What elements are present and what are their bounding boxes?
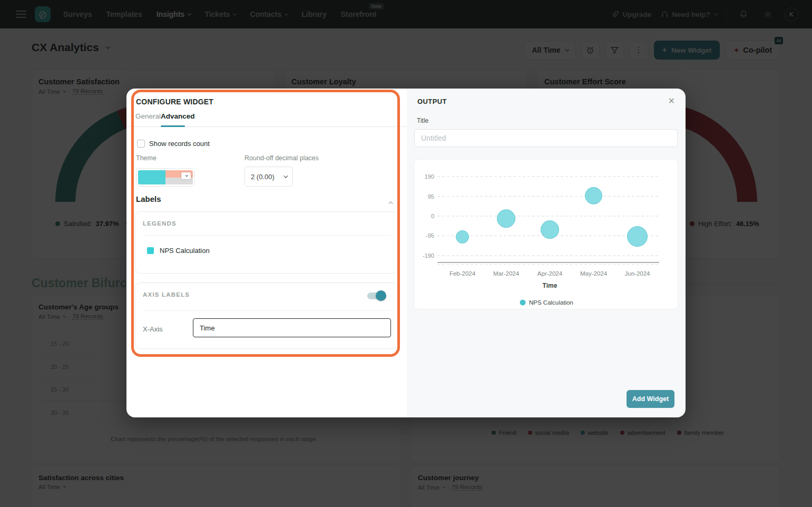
active-tab-indicator xyxy=(161,125,185,127)
svg-text:0: 0 xyxy=(431,213,434,219)
axis-labels-card: AXIS LABELS X-Axis xyxy=(135,282,398,349)
divider xyxy=(143,310,390,311)
configure-title: CONFIGURE WIDGET xyxy=(136,97,213,106)
axis-labels-toggle[interactable] xyxy=(367,292,385,299)
theme-label: Theme xyxy=(136,154,156,162)
close-icon[interactable]: ✕ xyxy=(668,96,675,106)
labels-collapse-chevron[interactable] xyxy=(390,197,393,207)
tab-general[interactable]: General xyxy=(135,112,161,120)
svg-text:NPS Calculation: NPS Calculation xyxy=(529,299,573,306)
add-widget-button[interactable]: Add Widget xyxy=(627,390,674,408)
x-axis-input[interactable] xyxy=(193,318,391,337)
nps-bubble-chart: 190950-95-190Feb-2024Mar-2024Apr-2024May… xyxy=(414,160,679,310)
show-records-checkbox[interactable] xyxy=(137,140,145,148)
legends-header: LEGENDS xyxy=(143,220,177,227)
show-records-label: Show records count xyxy=(149,140,210,148)
theme-swatch-teal xyxy=(138,170,165,184)
output-title: OUTPUT xyxy=(417,97,447,105)
legends-card: LEGENDS NPS Calculation xyxy=(135,211,398,274)
svg-text:190: 190 xyxy=(425,173,434,180)
chevron-down-icon xyxy=(283,173,288,178)
configure-tabs: General Advanced xyxy=(126,110,407,127)
svg-text:-190: -190 xyxy=(423,252,434,259)
configure-widget-dialog: CONFIGURE WIDGET General Advanced Show r… xyxy=(126,89,686,417)
theme-picker[interactable] xyxy=(136,168,195,187)
legend-row[interactable]: NPS Calculation xyxy=(147,247,210,255)
legend-label: NPS Calculation xyxy=(160,247,210,255)
svg-text:95: 95 xyxy=(428,193,434,200)
divider xyxy=(143,235,390,236)
tab-advanced[interactable]: Advanced xyxy=(161,112,195,120)
decimal-places-label: Round-off decimal places xyxy=(244,154,319,162)
theme-dropdown-caret[interactable] xyxy=(181,172,191,179)
svg-text:Feb-2024: Feb-2024 xyxy=(449,270,476,277)
labels-section-title: Labels xyxy=(136,194,161,203)
app-root: Surveys Templates Insights Tickets Conta… xyxy=(0,0,812,507)
title-field-label: Title xyxy=(417,117,428,124)
output-chart-card: 190950-95-190Feb-2024Mar-2024Apr-2024May… xyxy=(414,159,678,309)
svg-text:-95: -95 xyxy=(426,232,434,239)
svg-text:Mar-2024: Mar-2024 xyxy=(493,270,520,277)
widget-title-input[interactable] xyxy=(414,129,678,147)
svg-text:Time: Time xyxy=(543,282,557,289)
svg-text:May-2024: May-2024 xyxy=(580,270,608,277)
x-axis-label: X-Axis xyxy=(143,325,163,333)
axis-labels-header: AXIS LABELS xyxy=(143,291,190,298)
legend-color-swatch xyxy=(147,247,154,254)
decimal-places-select[interactable]: 2 (0.00) xyxy=(244,167,293,187)
configure-panel: CONFIGURE WIDGET General Advanced Show r… xyxy=(126,89,407,417)
output-panel: OUTPUT ✕ Title 190950-95-190Feb-2024Mar-… xyxy=(407,89,686,417)
svg-text:Jun-2024: Jun-2024 xyxy=(625,270,651,277)
svg-text:Apr-2024: Apr-2024 xyxy=(537,270,563,277)
